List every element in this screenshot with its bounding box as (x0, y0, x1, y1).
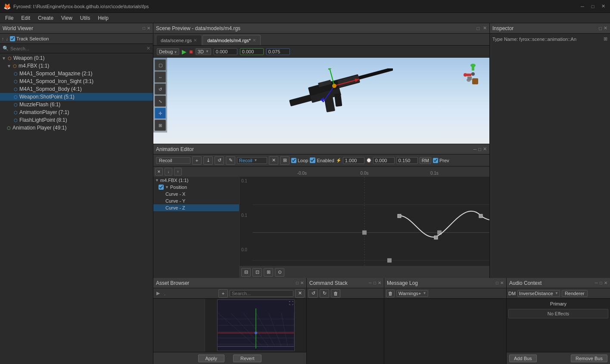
world-tb-icon1[interactable]: ↑ (2, 36, 4, 41)
loop-checkbox[interactable] (291, 158, 296, 163)
menu-edit[interactable]: Edit (18, 14, 34, 22)
audio-context-pin[interactable]: ─ (595, 281, 598, 285)
tool-active[interactable]: ✛ (155, 108, 166, 119)
animation-name-input[interactable] (156, 157, 190, 164)
tree-item-animplayer[interactable]: ⬡ AnimationPlayer (7:1) (0, 108, 153, 116)
menu-create[interactable]: Create (34, 14, 57, 22)
audio-remove-bus-button[interactable]: Remove Bus (571, 355, 607, 362)
anim-dropdown-clear[interactable]: ✕ (269, 156, 278, 165)
tree-item-m4fbx[interactable]: ▼ ⬡ m4.FBX (1:1) (0, 62, 153, 70)
command-stack-pin[interactable]: ─ (369, 281, 372, 285)
prev-checkbox[interactable] (433, 158, 438, 163)
tree-item-shotpoint[interactable]: ⬡ Weapon:ShotPoint (5:1) (0, 93, 153, 101)
timeline-btn-3[interactable]: ⊞ (264, 268, 273, 277)
command-stack-close[interactable]: ✕ (378, 281, 381, 285)
menu-help[interactable]: Help (94, 14, 112, 22)
tool-scale[interactable]: ⤡ (155, 96, 166, 107)
audio-renderer-select[interactable]: InverseDistance (517, 290, 560, 297)
anim-minimize-btn[interactable]: ─ (473, 147, 477, 152)
inspector-pin-btn[interactable]: □ (599, 26, 602, 31)
asset-revert-button[interactable]: Revert (233, 355, 261, 362)
audio-context-max[interactable]: □ (600, 281, 602, 285)
track-selection-checkbox[interactable] (10, 36, 15, 41)
tool-grid[interactable]: ⊞ (155, 120, 166, 131)
track-m4fbx-header[interactable]: ▼ m4.FBX (1:1) (153, 177, 239, 184)
keyframe-1[interactable] (479, 214, 482, 218)
time-from-input[interactable] (373, 157, 395, 164)
track-curve-y[interactable]: Curve - Y (153, 197, 239, 204)
asset-apply-button[interactable]: Apply (198, 355, 225, 362)
timeline-btn-2[interactable]: ⊡ (252, 268, 262, 277)
tool-select[interactable]: ▢ (155, 59, 166, 71)
tracks-btn-down[interactable]: ↓ (165, 168, 172, 176)
menu-view[interactable]: View (58, 14, 76, 22)
world-viewer-pin[interactable]: □ (143, 26, 145, 31)
time-to-input[interactable] (396, 157, 418, 164)
coord-y-input[interactable] (240, 48, 264, 55)
world-tb-icon2[interactable]: ↓ (6, 36, 9, 41)
anim-maximize-btn[interactable]: □ (478, 147, 481, 152)
msg-filter-select[interactable]: Warnings+ (396, 290, 428, 297)
anim-close-btn[interactable]: ✕ (483, 146, 487, 152)
tracks-btn-up[interactable]: ↑ (174, 168, 182, 176)
audio-add-bus-button[interactable]: Add Bus (509, 355, 537, 362)
anim-add-btn[interactable]: + (192, 156, 202, 165)
scene-close-button[interactable]: ✕ (483, 25, 487, 31)
coord-z-input[interactable] (266, 48, 290, 55)
world-search-input[interactable] (10, 46, 145, 51)
anim-edit-btn[interactable]: ✎ (226, 156, 235, 165)
asset-add-btn[interactable]: + (218, 289, 228, 298)
maximize-button[interactable]: □ (589, 3, 596, 10)
search-clear-button[interactable]: ✕ (146, 46, 150, 51)
close-button[interactable]: ✕ (600, 3, 607, 10)
tree-item-magazine[interactable]: ⬡ M4A1_Sopmod_Magazine (2:1) (0, 70, 153, 77)
tree-item-muzzle[interactable]: ⬡ MuzzleFlash (6:1) (0, 101, 153, 108)
world-viewer-close[interactable]: ✕ (147, 26, 150, 31)
tree-item-weapon[interactable]: ▼ ⬡ Weapon (0:1) (0, 54, 153, 62)
cmd-clear-btn[interactable]: 🗑 (331, 289, 340, 298)
tool-rotate[interactable]: ↺ (155, 83, 166, 95)
anim-undo-btn[interactable]: ↺ (215, 156, 224, 165)
track-curve-z[interactable]: Curve - Z (153, 204, 239, 211)
asset-browser-pin[interactable]: □ (296, 281, 299, 285)
cmd-undo-btn[interactable]: ↺ (308, 289, 318, 298)
timeline-btn-1[interactable]: ⊟ (241, 268, 251, 277)
inspector-copy-btn[interactable]: ⊞ (604, 36, 607, 42)
track-curve-x[interactable]: Curve - X (153, 191, 239, 197)
tab-m4-rgs-close[interactable]: ✕ (252, 38, 256, 43)
asset-search-clear[interactable]: ✕ (295, 289, 305, 298)
asset-browser-close[interactable]: ✕ (300, 281, 304, 285)
tree-item-flashlight[interactable]: ⬡ FlashLightPoint (8:1) (0, 116, 153, 124)
debug-select[interactable]: Debug (157, 48, 179, 55)
tree-item-animplayer49[interactable]: ⬡ Animation Player (49:1) (0, 124, 153, 132)
asset-back-btn[interactable]: ▶ (155, 290, 161, 296)
position-checkbox[interactable] (159, 185, 164, 190)
view-3d-button[interactable]: 3D (196, 48, 211, 55)
tab-m4-rgs[interactable]: data/models/m4.rgs* ✕ (202, 35, 261, 45)
minimize-button[interactable]: ─ (579, 3, 586, 10)
track-position-header[interactable]: ▼ Position (153, 184, 239, 191)
audio-context-close[interactable]: ✕ (604, 281, 607, 285)
asset-thumbnail-grid[interactable]: ⛶ (217, 299, 295, 351)
play-button[interactable]: ▶ (182, 48, 187, 55)
tree-item-ironsight[interactable]: ⬡ M4A1_Sopmod_Iron_Sight (3:1) (0, 77, 153, 85)
menu-file[interactable]: File (2, 14, 17, 22)
animation-select-dropdown[interactable]: Recoil (237, 157, 267, 164)
keyframe-0[interactable] (398, 214, 401, 218)
anim-dropdown-copy[interactable]: ⊞ (280, 156, 289, 165)
speed-input[interactable] (343, 157, 364, 164)
msg-clear-btn[interactable]: 🗑 (386, 290, 395, 297)
message-log-pin[interactable]: □ (496, 281, 498, 285)
asset-search-input[interactable] (230, 290, 293, 297)
keyframe-dip[interactable] (434, 236, 438, 239)
audio-no-effects-box[interactable]: No Effects (508, 309, 608, 318)
command-stack-max[interactable]: □ (373, 281, 376, 285)
tab-scene-rgs[interactable]: data/scene.rgs ✕ (156, 35, 202, 45)
cmd-redo-btn[interactable]: ↻ (320, 289, 329, 298)
coord-x-input[interactable] (214, 48, 237, 55)
audio-renderer-btn[interactable]: Renderer (562, 290, 588, 297)
tracks-btn-x[interactable]: ✕ (155, 168, 163, 176)
menu-utils[interactable]: Utils (77, 14, 93, 22)
tree-item-body[interactable]: ⬡ M4A1_Sopmod_Body (4:1) (0, 85, 153, 93)
tool-move[interactable]: ↔ (155, 71, 166, 83)
